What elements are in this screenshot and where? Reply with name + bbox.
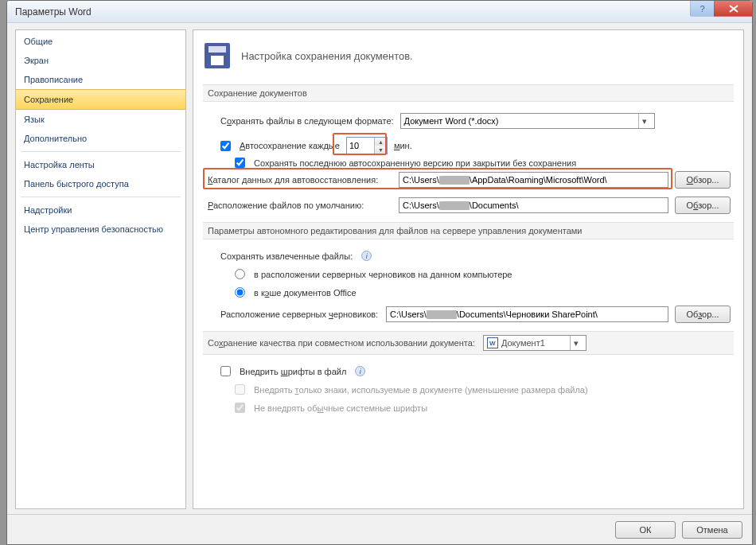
checkedout-files-label: Сохранять извлеченные файлы: bbox=[220, 251, 353, 261]
file-format-combo[interactable]: Документ Word (*.docx) ▾ bbox=[400, 113, 655, 129]
options-window: Параметры Word ? Общие Экран Правописани… bbox=[6, 0, 753, 545]
autosave-label: Автосохранение каждые bbox=[240, 141, 340, 150]
ok-button[interactable]: ОК bbox=[615, 521, 676, 539]
autosave-interval-spinner[interactable]: ▲▼ bbox=[346, 137, 388, 154]
info-icon[interactable]: i bbox=[361, 251, 372, 261]
sidebar-item-save[interactable]: Сохранение bbox=[16, 89, 185, 110]
sidebar-item-customize-ribbon[interactable]: Настройка ленты bbox=[16, 155, 185, 174]
autorecover-browse-button[interactable]: Обзор... bbox=[675, 171, 731, 189]
section-save-documents: Сохранение документов bbox=[203, 84, 734, 102]
word-doc-icon: W bbox=[487, 337, 498, 348]
sidebar-item-display[interactable]: Экран bbox=[16, 51, 185, 70]
chevron-down-icon: ▾ bbox=[638, 114, 651, 128]
default-location-label: Расположение файлов по умолчанию: bbox=[208, 200, 392, 210]
radio-server-drafts[interactable] bbox=[235, 269, 245, 279]
titlebar: Параметры Word ? bbox=[7, 1, 752, 23]
keep-last-autosave-checkbox[interactable] bbox=[235, 158, 245, 168]
content-panel: Настройка сохранения документов. Сохране… bbox=[193, 29, 744, 509]
sidebar-separator bbox=[21, 151, 181, 152]
radio-office-cache[interactable] bbox=[235, 287, 245, 298]
server-drafts-browse-button[interactable]: Обзор... bbox=[675, 306, 731, 323]
no-system-fonts-label: Не внедрять обычные системные шрифты bbox=[254, 403, 427, 413]
spinner-up-icon[interactable]: ▲ bbox=[375, 138, 387, 146]
file-format-value: Документ Word (*.docx) bbox=[404, 116, 499, 126]
save-icon bbox=[205, 43, 230, 68]
autosave-checkbox[interactable] bbox=[220, 141, 231, 151]
autosave-unit: мин. bbox=[394, 141, 412, 150]
sidebar-item-quick-access[interactable]: Панель быстрого доступа bbox=[16, 174, 185, 193]
no-system-fonts-checkbox bbox=[235, 403, 245, 413]
autosave-interval-input[interactable] bbox=[347, 138, 374, 154]
sidebar-item-advanced[interactable]: Дополнительно bbox=[16, 129, 185, 148]
embed-fonts-label: Внедрить шрифты в файл bbox=[240, 367, 346, 376]
autorecover-path-field[interactable]: C:\Users\\AppData\Roaming\Microsoft\Word… bbox=[399, 172, 668, 188]
default-location-browse-button[interactable]: Обзор... bbox=[675, 197, 731, 214]
sidebar-item-trust-center[interactable]: Центр управления безопасностью bbox=[16, 220, 185, 239]
sidebar-item-proofing[interactable]: Правописание bbox=[16, 70, 185, 89]
spinner-down-icon[interactable]: ▼ bbox=[375, 146, 387, 154]
keep-last-autosave-label: Сохранять последнюю автосохраненную верс… bbox=[254, 158, 576, 168]
sidebar-item-addins[interactable]: Надстройки bbox=[16, 200, 185, 220]
format-label: Сохранять файлы в следующем формате: bbox=[220, 116, 394, 126]
sidebar-separator bbox=[21, 197, 181, 197]
server-drafts-label: Расположение серверных черновиков: bbox=[220, 309, 380, 319]
section-offline-editing: Параметры автономного редактирования для… bbox=[203, 222, 734, 239]
server-drafts-field[interactable]: C:\Users\\Documents\Черновики SharePoint… bbox=[386, 306, 668, 322]
radio-server-drafts-label: в расположении серверных черновиков на д… bbox=[254, 270, 512, 279]
sidebar-item-language[interactable]: Язык bbox=[16, 110, 185, 129]
embed-only-used-label: Внедрять только знаки, используемые в до… bbox=[254, 385, 588, 395]
page-title: Настройка сохранения документов. bbox=[241, 50, 413, 62]
dialog-footer: ОК Отмена bbox=[7, 514, 752, 544]
sidebar: Общие Экран Правописание Сохранение Язык… bbox=[15, 29, 186, 509]
fidelity-document-combo[interactable]: WДокумент1 ▾ bbox=[483, 335, 586, 351]
default-location-field[interactable]: C:\Users\\Documents\ bbox=[399, 197, 668, 213]
window-title: Параметры Word bbox=[15, 6, 92, 18]
info-icon[interactable]: i bbox=[355, 366, 365, 376]
chevron-down-icon: ▾ bbox=[570, 336, 583, 350]
cancel-button[interactable]: Отмена bbox=[682, 521, 742, 539]
section-preserve-fidelity: Сохранение качества при совместном испол… bbox=[203, 331, 734, 355]
close-button[interactable] bbox=[714, 1, 752, 17]
radio-office-cache-label: в кэше документов Office bbox=[254, 288, 357, 298]
sidebar-item-general[interactable]: Общие bbox=[16, 32, 185, 51]
embed-fonts-checkbox[interactable] bbox=[220, 366, 231, 376]
help-button[interactable]: ? bbox=[690, 1, 714, 17]
embed-only-used-checkbox bbox=[235, 384, 245, 395]
autorecover-location-label: Каталог данных для автовосстановления: bbox=[208, 175, 392, 185]
